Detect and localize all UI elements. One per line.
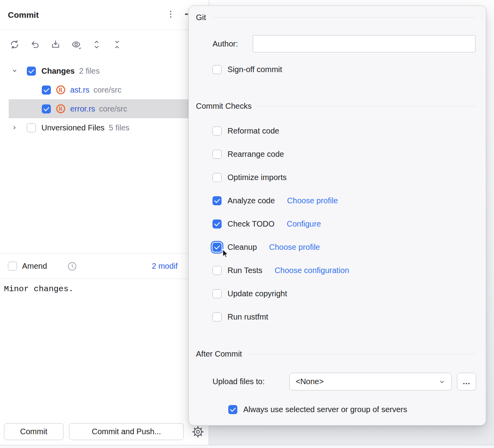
- amend-checkbox[interactable]: [8, 262, 17, 271]
- always-use-server-row: Always use selected server or group of s…: [228, 404, 407, 415]
- panel-header: Commit: [0, 0, 209, 30]
- commit-checks-section-header: Commit Checks: [196, 102, 476, 111]
- upload-server-dropdown[interactable]: <None>: [289, 373, 452, 390]
- check-label: Optimize imports: [227, 173, 287, 182]
- tree-row-unversioned[interactable]: Unversioned Files 5 files: [0, 118, 209, 137]
- dropdown-value: <None>: [296, 377, 324, 386]
- commit-check-row: Cleanup Choose profile: [213, 236, 476, 259]
- upload-row: Upload files to: <None> ...: [189, 373, 487, 390]
- hidden-toolbar-icon: [185, 13, 188, 15]
- commit-check-row: Rearrange code: [213, 143, 476, 166]
- expand-all-icon[interactable]: [91, 39, 102, 50]
- commit-check-row: Run rustfmt: [213, 305, 476, 329]
- preview-diff-icon[interactable]: [71, 39, 81, 50]
- checkbox-file[interactable]: [42, 104, 51, 113]
- checkbox-unversioned[interactable]: [27, 123, 36, 132]
- divider: [258, 106, 476, 106]
- section-title: Git: [196, 13, 206, 22]
- modified-files-link[interactable]: 2 modif: [152, 262, 178, 271]
- check-checkbox[interactable]: [213, 219, 222, 229]
- check-checkbox[interactable]: [213, 243, 222, 252]
- check-label: Reformat code: [227, 126, 279, 136]
- check-label: Run rustfmt: [227, 312, 268, 322]
- commit-and-push-button[interactable]: Commit and Push...: [69, 423, 184, 440]
- signoff-checkbox[interactable]: [213, 65, 222, 74]
- rust-file-icon: R: [56, 104, 66, 114]
- check-link[interactable]: Configure: [287, 219, 321, 229]
- amend-row: Amend 2 modif: [0, 253, 209, 279]
- rollback-icon[interactable]: [30, 39, 40, 50]
- check-checkbox[interactable]: [213, 266, 222, 275]
- chevron-down-icon: [437, 377, 447, 387]
- checkbox-changes[interactable]: [27, 67, 36, 76]
- signoff-label: Sign-off commit: [227, 65, 282, 74]
- section-title: After Commit: [196, 349, 242, 359]
- chevron-right-icon[interactable]: [10, 123, 19, 132]
- commit-check-row: Analyze code Choose profile: [213, 189, 476, 212]
- file-count: 5 files: [109, 123, 129, 132]
- check-checkbox[interactable]: [213, 196, 222, 205]
- svg-text:R: R: [59, 106, 63, 112]
- check-label: Update copyright: [227, 289, 287, 298]
- browse-servers-button[interactable]: ...: [457, 373, 476, 390]
- shelve-icon[interactable]: [50, 39, 61, 50]
- check-label: Cleanup: [227, 243, 257, 252]
- commit-check-row: Update copyright: [213, 282, 476, 305]
- commit-panel: Commit: [0, 0, 209, 445]
- check-link[interactable]: Choose configuration: [275, 266, 349, 275]
- check-checkbox[interactable]: [213, 289, 222, 298]
- upload-files-label: Upload files to:: [213, 373, 265, 390]
- tree-label: Unversioned Files: [41, 123, 104, 132]
- author-label: Author:: [213, 35, 238, 52]
- commit-button[interactable]: Commit: [4, 423, 63, 440]
- check-label: Run Tests: [227, 266, 263, 275]
- changes-tree: Changes 2 files R ast.rs core/src R erro…: [0, 61, 209, 137]
- divider: [248, 354, 476, 354]
- panel-title: Commit: [8, 10, 39, 20]
- collapse-all-icon[interactable]: [112, 39, 122, 50]
- check-label: Analyze code: [227, 196, 275, 205]
- chevron-down-icon[interactable]: [10, 67, 19, 75]
- check-checkbox[interactable]: [213, 150, 222, 159]
- commit-check-row: Check TODO Configure: [213, 212, 476, 236]
- gear-icon[interactable]: [192, 426, 204, 438]
- divider: [213, 17, 476, 18]
- commit-message[interactable]: Minor changes.: [4, 284, 73, 294]
- tree-label: Changes: [41, 67, 75, 76]
- checkbox-file[interactable]: [42, 86, 51, 95]
- file-name: error.rs: [70, 104, 95, 113]
- kebab-menu-icon[interactable]: [166, 9, 175, 19]
- check-link[interactable]: Choose profile: [287, 196, 338, 205]
- git-section-header: Git: [196, 13, 476, 22]
- svg-text:R: R: [59, 87, 63, 93]
- commit-toolbar: [9, 39, 122, 50]
- file-count: 2 files: [79, 67, 99, 76]
- file-path: core/src: [99, 104, 127, 113]
- commit-check-row: Reformat code: [213, 119, 476, 143]
- tree-row-file-selected[interactable]: R error.rs core/src: [0, 99, 209, 118]
- check-link[interactable]: Choose profile: [269, 243, 320, 252]
- check-checkbox[interactable]: [213, 312, 222, 322]
- section-title: Commit Checks: [196, 102, 252, 111]
- amend-label: Amend: [22, 262, 47, 271]
- check-label: Rearrange code: [227, 150, 284, 159]
- tree-row-file[interactable]: R ast.rs core/src: [0, 80, 209, 99]
- check-checkbox[interactable]: [213, 173, 222, 182]
- author-input[interactable]: [253, 35, 475, 52]
- check-checkbox[interactable]: [213, 126, 222, 136]
- commit-options-popup: Git Author: Sign-off commit Commit Check…: [188, 6, 486, 426]
- rust-file-icon: R: [56, 85, 66, 95]
- status-bar: [0, 445, 494, 448]
- commit-check-row: Optimize imports: [213, 166, 476, 189]
- check-label: Check TODO: [227, 219, 274, 229]
- tree-row-changes[interactable]: Changes 2 files: [0, 61, 209, 80]
- file-path: core/src: [93, 86, 121, 95]
- clock-icon[interactable]: [67, 261, 78, 272]
- commit-check-row: Run Tests Choose configuration: [213, 259, 476, 282]
- always-use-checkbox[interactable]: [228, 405, 237, 414]
- commit-checks-list: Reformat code Rearrange code Optimize im…: [213, 119, 476, 329]
- refresh-icon[interactable]: [9, 39, 20, 50]
- after-commit-section-header: After Commit: [196, 349, 476, 359]
- file-name: ast.rs: [70, 86, 89, 95]
- commit-tool-window: Commit: [0, 0, 494, 448]
